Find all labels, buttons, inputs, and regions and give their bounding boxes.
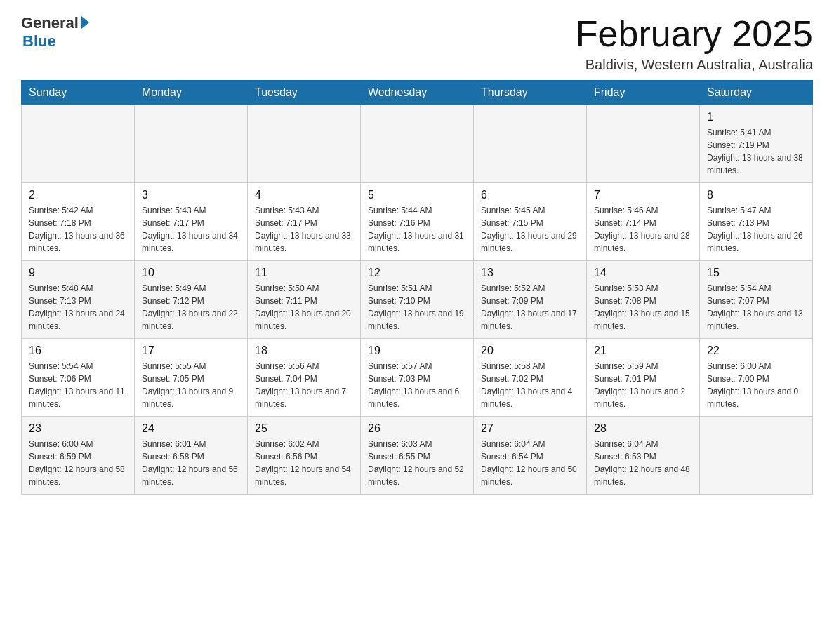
calendar-day-cell: 16Sunrise: 5:54 AMSunset: 7:06 PMDayligh… [22, 339, 135, 417]
day-info: Sunrise: 6:03 AMSunset: 6:55 PMDaylight:… [368, 438, 466, 488]
logo: General Blue [21, 14, 89, 51]
day-number: 7 [594, 189, 692, 201]
calendar-day-cell: 4Sunrise: 5:43 AMSunset: 7:17 PMDaylight… [248, 183, 361, 261]
calendar-day-cell: 24Sunrise: 6:01 AMSunset: 6:58 PMDayligh… [135, 417, 248, 495]
day-number: 28 [594, 422, 692, 435]
calendar-day-cell: 13Sunrise: 5:52 AMSunset: 7:09 PMDayligh… [474, 261, 587, 339]
calendar-table: SundayMondayTuesdayWednesdayThursdayFrid… [21, 80, 813, 495]
day-number: 5 [368, 189, 466, 201]
calendar-week-row: 2Sunrise: 5:42 AMSunset: 7:18 PMDaylight… [22, 183, 813, 261]
day-number: 2 [29, 189, 127, 201]
day-number: 19 [368, 344, 466, 357]
calendar-body: 1Sunrise: 5:41 AMSunset: 7:19 PMDaylight… [22, 105, 813, 495]
weekday-header-thursday: Thursday [474, 81, 587, 105]
day-number: 25 [255, 422, 353, 435]
calendar-day-cell: 14Sunrise: 5:53 AMSunset: 7:08 PMDayligh… [587, 261, 700, 339]
calendar-week-row: 23Sunrise: 6:00 AMSunset: 6:59 PMDayligh… [22, 417, 813, 495]
weekday-header-monday: Monday [135, 81, 248, 105]
day-number: 22 [707, 344, 805, 357]
day-info: Sunrise: 6:00 AMSunset: 6:59 PMDaylight:… [29, 438, 127, 488]
logo-general-text: General [21, 14, 79, 32]
calendar-day-cell: 23Sunrise: 6:00 AMSunset: 6:59 PMDayligh… [22, 417, 135, 495]
weekday-header-saturday: Saturday [700, 81, 813, 105]
calendar-day-cell [587, 105, 700, 183]
day-number: 14 [594, 267, 692, 279]
calendar-day-cell: 28Sunrise: 6:04 AMSunset: 6:53 PMDayligh… [587, 417, 700, 495]
day-number: 8 [707, 189, 805, 201]
day-number: 10 [142, 267, 240, 279]
day-number: 20 [481, 344, 579, 357]
calendar-day-cell: 11Sunrise: 5:50 AMSunset: 7:11 PMDayligh… [248, 261, 361, 339]
day-number: 17 [142, 344, 240, 357]
day-number: 26 [368, 422, 466, 435]
day-info: Sunrise: 6:04 AMSunset: 6:53 PMDaylight:… [594, 438, 692, 488]
calendar-week-row: 1Sunrise: 5:41 AMSunset: 7:19 PMDaylight… [22, 105, 813, 183]
day-number: 21 [594, 344, 692, 357]
day-info: Sunrise: 5:48 AMSunset: 7:13 PMDaylight:… [29, 282, 127, 333]
day-info: Sunrise: 5:43 AMSunset: 7:17 PMDaylight:… [142, 204, 240, 255]
calendar-day-cell: 10Sunrise: 5:49 AMSunset: 7:12 PMDayligh… [135, 261, 248, 339]
calendar-day-cell: 6Sunrise: 5:45 AMSunset: 7:15 PMDaylight… [474, 183, 587, 261]
calendar-day-cell: 26Sunrise: 6:03 AMSunset: 6:55 PMDayligh… [361, 417, 474, 495]
day-number: 6 [481, 189, 579, 201]
day-info: Sunrise: 5:43 AMSunset: 7:17 PMDaylight:… [255, 204, 353, 255]
day-info: Sunrise: 6:00 AMSunset: 7:00 PMDaylight:… [707, 360, 805, 410]
calendar-day-cell: 20Sunrise: 5:58 AMSunset: 7:02 PMDayligh… [474, 339, 587, 417]
day-number: 4 [255, 189, 353, 201]
weekday-header-friday: Friday [587, 81, 700, 105]
day-number: 27 [481, 422, 579, 435]
day-info: Sunrise: 5:45 AMSunset: 7:15 PMDaylight:… [481, 204, 579, 255]
day-info: Sunrise: 6:02 AMSunset: 6:56 PMDaylight:… [255, 438, 353, 488]
day-info: Sunrise: 5:56 AMSunset: 7:04 PMDaylight:… [255, 360, 353, 410]
calendar-day-cell [248, 105, 361, 183]
weekday-header-wednesday: Wednesday [361, 81, 474, 105]
calendar-day-cell: 8Sunrise: 5:47 AMSunset: 7:13 PMDaylight… [700, 183, 813, 261]
calendar-day-cell: 15Sunrise: 5:54 AMSunset: 7:07 PMDayligh… [700, 261, 813, 339]
day-number: 16 [29, 344, 127, 357]
day-info: Sunrise: 5:57 AMSunset: 7:03 PMDaylight:… [368, 360, 466, 410]
calendar-day-cell: 19Sunrise: 5:57 AMSunset: 7:03 PMDayligh… [361, 339, 474, 417]
calendar-day-cell [474, 105, 587, 183]
day-info: Sunrise: 5:50 AMSunset: 7:11 PMDaylight:… [255, 282, 353, 333]
calendar-day-cell [22, 105, 135, 183]
day-number: 18 [255, 344, 353, 357]
calendar-day-cell: 27Sunrise: 6:04 AMSunset: 6:54 PMDayligh… [474, 417, 587, 495]
calendar-day-cell: 9Sunrise: 5:48 AMSunset: 7:13 PMDaylight… [22, 261, 135, 339]
day-info: Sunrise: 5:54 AMSunset: 7:07 PMDaylight:… [707, 282, 805, 333]
calendar-day-cell: 18Sunrise: 5:56 AMSunset: 7:04 PMDayligh… [248, 339, 361, 417]
day-info: Sunrise: 5:55 AMSunset: 7:05 PMDaylight:… [142, 360, 240, 410]
day-info: Sunrise: 5:46 AMSunset: 7:14 PMDaylight:… [594, 204, 692, 255]
calendar-header: SundayMondayTuesdayWednesdayThursdayFrid… [22, 81, 813, 105]
calendar-day-cell: 17Sunrise: 5:55 AMSunset: 7:05 PMDayligh… [135, 339, 248, 417]
month-title: February 2025 [576, 14, 813, 54]
calendar-day-cell: 3Sunrise: 5:43 AMSunset: 7:17 PMDaylight… [135, 183, 248, 261]
day-number: 11 [255, 267, 353, 279]
day-info: Sunrise: 5:58 AMSunset: 7:02 PMDaylight:… [481, 360, 579, 410]
day-info: Sunrise: 5:41 AMSunset: 7:19 PMDaylight:… [707, 126, 805, 177]
day-info: Sunrise: 5:59 AMSunset: 7:01 PMDaylight:… [594, 360, 692, 410]
calendar-week-row: 16Sunrise: 5:54 AMSunset: 7:06 PMDayligh… [22, 339, 813, 417]
day-info: Sunrise: 5:47 AMSunset: 7:13 PMDaylight:… [707, 204, 805, 255]
day-number: 3 [142, 189, 240, 201]
calendar-day-cell: 7Sunrise: 5:46 AMSunset: 7:14 PMDaylight… [587, 183, 700, 261]
day-number: 15 [707, 267, 805, 279]
weekday-header-tuesday: Tuesday [248, 81, 361, 105]
day-number: 23 [29, 422, 127, 435]
logo-blue-text: Blue [22, 32, 56, 51]
calendar-day-cell [361, 105, 474, 183]
calendar-day-cell: 5Sunrise: 5:44 AMSunset: 7:16 PMDaylight… [361, 183, 474, 261]
day-info: Sunrise: 6:01 AMSunset: 6:58 PMDaylight:… [142, 438, 240, 488]
calendar-day-cell [135, 105, 248, 183]
page-header: General Blue February 2025 Baldivis, Wes… [21, 14, 813, 73]
day-number: 1 [707, 111, 805, 123]
location-subtitle: Baldivis, Western Australia, Australia [576, 57, 813, 73]
day-info: Sunrise: 5:54 AMSunset: 7:06 PMDaylight:… [29, 360, 127, 410]
title-section: February 2025 Baldivis, Western Australi… [576, 14, 813, 73]
calendar-day-cell: 22Sunrise: 6:00 AMSunset: 7:00 PMDayligh… [700, 339, 813, 417]
day-info: Sunrise: 5:44 AMSunset: 7:16 PMDaylight:… [368, 204, 466, 255]
day-info: Sunrise: 5:49 AMSunset: 7:12 PMDaylight:… [142, 282, 240, 333]
day-info: Sunrise: 5:42 AMSunset: 7:18 PMDaylight:… [29, 204, 127, 255]
calendar-day-cell: 12Sunrise: 5:51 AMSunset: 7:10 PMDayligh… [361, 261, 474, 339]
weekday-header-row: SundayMondayTuesdayWednesdayThursdayFrid… [22, 81, 813, 105]
day-info: Sunrise: 5:51 AMSunset: 7:10 PMDaylight:… [368, 282, 466, 333]
